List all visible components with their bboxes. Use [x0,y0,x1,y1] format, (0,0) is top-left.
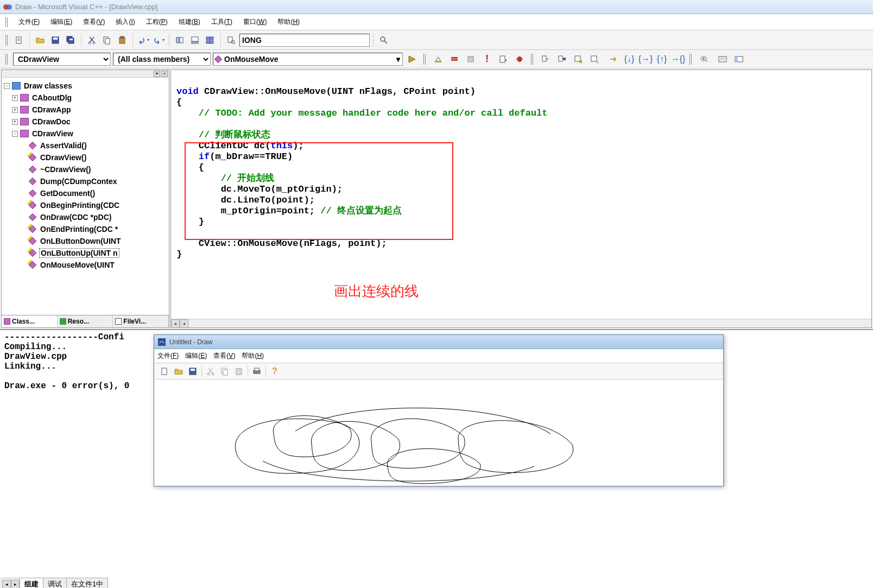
workspace-button[interactable] [173,33,187,47]
navbar-grip-3[interactable] [531,54,534,65]
tree-method[interactable]: Dump(CDumpContex [4,175,167,187]
editor-hscroll[interactable]: ◂ ◂ [171,319,871,327]
undo-button[interactable] [136,33,150,47]
stop-build-button[interactable] [464,52,478,66]
class-tree[interactable]: - Draw classes + CAboutDlg + CDrawApp + … [2,78,169,315]
step-over-button[interactable]: {→} [638,52,653,66]
menu-tools[interactable]: 工具(T) [206,15,238,29]
new-text-file-button[interactable] [12,33,26,47]
save-button[interactable] [48,33,62,47]
copy-button[interactable] [100,33,114,47]
child-draw-window[interactable]: Untitled - Draw 文件(F) 编辑(E) 查看(V) 帮助(H) … [154,334,724,486]
scroll-left-button[interactable]: ◂ [171,319,180,328]
menu-window[interactable]: 窗口(W) [238,15,272,29]
navbar-grip-4[interactable] [689,54,693,65]
save-all-button[interactable] [64,33,78,47]
break-button[interactable] [571,52,585,66]
child-canvas[interactable] [154,380,723,486]
tree-method[interactable]: OnDraw(CDC *pDC) [4,211,167,223]
toggle-icon[interactable]: - [4,83,10,89]
tree-method[interactable]: ~CDrawView() [4,163,167,175]
menubar-grip[interactable] [5,17,9,27]
tab-fileview[interactable]: FileVi... [113,315,169,327]
tab-scroll-right[interactable]: ▸ [11,580,20,589]
navbar-grip-1[interactable] [5,54,9,65]
step-out-button[interactable]: {↑} [655,52,669,66]
tree-class[interactable]: + CDrawApp [4,104,167,116]
tree-method[interactable]: OnLButtonUp(UINT n [4,247,167,259]
cut-button[interactable] [85,33,99,47]
tree-method[interactable]: OnBeginPrinting(CDC [4,199,167,211]
menu-view[interactable]: 查看(V) [78,15,110,29]
menu-help[interactable]: 帮助(H) [272,15,305,29]
output-button[interactable] [188,33,202,47]
build-button[interactable] [447,52,461,66]
toggle-icon[interactable]: + [12,95,18,101]
tree-root[interactable]: - Draw classes [4,80,167,92]
sidebar-dock-button[interactable]: ▾ [154,71,160,77]
tree-method[interactable]: CDrawView() [4,151,167,163]
child-titlebar[interactable]: Untitled - Draw [154,335,723,349]
window-list-button[interactable] [203,33,217,47]
menu-build[interactable]: 组建(B) [173,15,206,29]
child-new-button[interactable] [157,364,172,378]
child-copy-button[interactable] [218,364,232,378]
child-menu-file[interactable]: 文件(F) [157,351,179,361]
find-combo[interactable] [239,34,370,47]
child-open-button[interactable] [172,364,186,378]
output-tab-build[interactable]: 组建 [20,578,43,588]
tree-method[interactable]: GetDocument() [4,187,167,199]
menu-insert[interactable]: 插入(I) [110,15,140,29]
filter-combo[interactable]: (All class members) [113,53,211,66]
toggle-icon[interactable]: + [12,119,18,125]
sidebar-close-button[interactable]: × [161,71,168,77]
child-menu-view[interactable]: 查看(V) [213,351,235,361]
quickwatch-button[interactable] [697,52,711,66]
search-button[interactable] [377,33,391,47]
tree-class[interactable]: + CDrawDoc [4,116,167,128]
find-in-files-button[interactable] [224,33,238,47]
child-cut-button[interactable] [204,364,218,378]
output-tab-debug[interactable]: 调试 [43,578,67,588]
menu-file[interactable]: 文件(F) [13,15,45,29]
scroll-left-button-2[interactable]: ◂ [180,319,188,328]
tree-class[interactable]: - CDrawView [4,128,167,140]
tree-class[interactable]: + CAboutDlg [4,92,167,104]
child-menu-edit[interactable]: 编辑(E) [185,351,207,361]
class-combo[interactable]: CDrawView [13,53,111,66]
open-button[interactable] [33,33,47,47]
tab-classview[interactable]: Class... [2,315,58,327]
go-button[interactable] [405,52,419,66]
code-editor[interactable]: void CDrawView::OnMouseMove(UINT nFlags,… [170,69,872,328]
show-next-button[interactable]: ➜ [606,52,620,66]
output-tab-findfiles1[interactable]: 在文件1中 [66,578,108,588]
tree-method[interactable]: OnMouseMove(UINT [4,259,167,271]
tree-method[interactable]: AssertValid() [4,140,167,151]
child-paste-button[interactable] [232,364,246,378]
breakpoint-button[interactable] [513,52,527,66]
step-into-button[interactable]: {↓} [622,52,636,66]
variables-button[interactable] [732,52,746,66]
menu-project[interactable]: 工程(P) [141,15,173,29]
tab-resourceview[interactable]: Reso... [58,315,113,327]
redo-button[interactable] [151,33,166,47]
navbar-grip-2[interactable] [423,54,427,65]
child-menu-help[interactable]: 帮助(H) [242,351,264,361]
tab-scroll-left[interactable]: ◂ [2,580,11,589]
paste-button[interactable] [115,33,129,47]
child-print-button[interactable] [250,364,264,378]
compile-button[interactable] [431,52,445,66]
run-to-cursor-button[interactable]: →{} [671,52,685,66]
watch-button[interactable] [716,52,730,66]
apply-changes-button[interactable] [587,52,602,66]
stop-debug-button[interactable] [555,52,569,66]
execute-button[interactable]: ! [480,52,494,66]
child-about-button[interactable]: ? [268,364,282,378]
toolbar-grip-1[interactable] [5,35,9,46]
restart-debug-button[interactable] [539,52,553,66]
member-combo[interactable]: OnMouseMove ▾ [213,53,403,66]
toggle-icon[interactable]: - [12,131,18,137]
child-save-button[interactable] [186,364,200,378]
go-debug-button[interactable] [496,52,510,66]
tree-method[interactable]: OnLButtonDown(UINT [4,235,167,247]
